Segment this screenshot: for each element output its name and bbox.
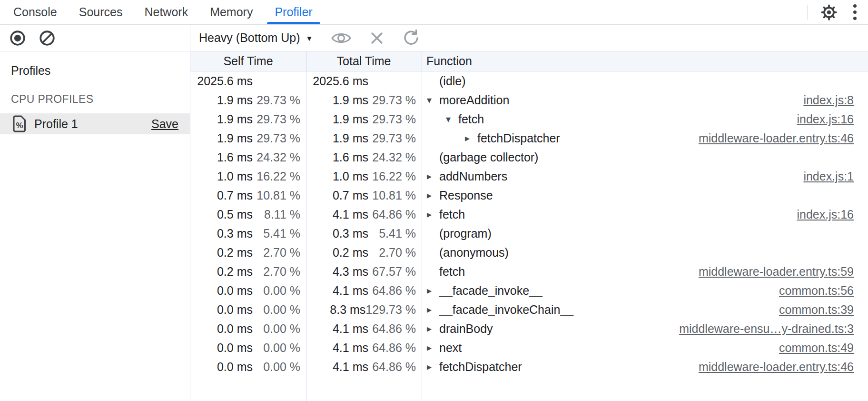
self-time-ms: 0.0 ms: [190, 341, 253, 355]
total-time-cell: 0.2 ms2.70 %: [306, 246, 422, 260]
grid-row[interactable]: 0.2 ms2.70 %0.2 ms2.70 %(anonymous): [190, 243, 868, 262]
total-time-percent: 64.86 %: [368, 341, 416, 355]
total-time-ms: 1.9 ms: [306, 93, 368, 107]
expander-closed-icon[interactable]: ▸: [427, 324, 439, 333]
view-mode-select[interactable]: Heavy (Bottom Up) ▼: [199, 31, 313, 45]
grid-row[interactable]: 1.6 ms24.32 %1.6 ms24.32 %(garbage colle…: [190, 148, 868, 167]
grid-row[interactable]: 0.0 ms0.00 %4.1 ms64.86 %▸drainBodymiddl…: [190, 319, 868, 338]
expander-open-icon[interactable]: ▾: [427, 95, 439, 105]
focus-function-button[interactable]: [331, 30, 352, 46]
source-link[interactable]: index.js:16: [787, 208, 854, 221]
grid-row[interactable]: 0.2 ms2.70 %4.3 ms67.57 %fetchmiddleware…: [190, 262, 868, 281]
total-time-cell: 4.1 ms64.86 %: [306, 284, 422, 298]
column-divider[interactable]: [306, 51, 306, 401]
total-time-cell: 4.1 ms64.86 %: [306, 360, 422, 374]
total-time-cell: 4.3 ms67.57 %: [306, 265, 422, 279]
self-time-percent: 10.81 %: [253, 189, 300, 202]
save-profile-link[interactable]: Save: [151, 117, 178, 131]
source-link[interactable]: common.ts:56: [769, 284, 854, 298]
function-cell: (anonymous): [422, 246, 868, 260]
total-time-percent: 67.57 %: [368, 265, 416, 279]
grid-row[interactable]: 0.0 ms0.00 %4.1 ms64.86 %▸nextcommon.ts:…: [190, 338, 868, 357]
self-time-ms: 0.3 ms: [190, 227, 253, 241]
profile-name: Profile 1: [34, 117, 78, 131]
tab-network[interactable]: Network: [137, 0, 196, 24]
tab-sources[interactable]: Sources: [71, 0, 130, 24]
focus-eye-icon: [331, 30, 352, 46]
grid-row[interactable]: 2025.6 ms2025.6 ms(idle): [190, 71, 868, 90]
exclude-function-button[interactable]: [370, 31, 384, 45]
total-time-cell: 4.1 ms64.86 %: [306, 208, 422, 221]
source-link[interactable]: common.ts:49: [769, 341, 854, 355]
total-time-percent: 29.73 %: [368, 93, 416, 107]
grid-row[interactable]: 1.9 ms29.73 %1.9 ms29.73 %▾fetchindex.js…: [190, 110, 868, 129]
self-time-cell: 0.0 ms0.00 %: [190, 322, 306, 336]
function-name: fetchDispatcher: [439, 360, 522, 374]
self-time-cell: 0.0 ms0.00 %: [190, 284, 306, 298]
expander-closed-icon[interactable]: ▸: [465, 133, 477, 143]
grid-row[interactable]: 1.9 ms29.73 %1.9 ms29.73 %▾moreAdditioni…: [190, 90, 868, 110]
expander-closed-icon[interactable]: ▸: [427, 343, 439, 352]
profiler-toolbar: Heavy (Bottom Up) ▼: [0, 25, 868, 51]
total-time-percent: 2.70 %: [368, 246, 416, 260]
self-time-ms: 1.6 ms: [190, 150, 253, 164]
column-header-total-time[interactable]: Total Time: [306, 54, 422, 68]
expander-closed-icon[interactable]: ▸: [427, 171, 439, 181]
grid-row[interactable]: 0.0 ms0.00 %8.3 ms129.73 %▸__facade_invo…: [190, 300, 868, 319]
self-time-percent: 16.22 %: [253, 170, 300, 183]
tab-console[interactable]: Console: [6, 0, 65, 24]
source-link[interactable]: common.ts:39: [769, 303, 854, 317]
profiles-toolbar: [0, 25, 190, 51]
column-divider[interactable]: [422, 51, 422, 401]
function-name: (idle): [439, 74, 466, 88]
clear-profiles-button[interactable]: [38, 29, 56, 47]
self-time-cell: 2025.6 ms: [190, 74, 306, 88]
grid-row[interactable]: 0.5 ms8.11 %4.1 ms64.86 %▸fetchindex.js:…: [190, 205, 868, 224]
expander-closed-icon[interactable]: ▸: [427, 190, 439, 200]
total-time-ms: 4.3 ms: [306, 265, 368, 279]
grid-row[interactable]: 0.3 ms5.41 %0.3 ms5.41 %(program): [190, 224, 868, 243]
grid-row[interactable]: 0.0 ms0.00 %4.1 ms64.86 %▸fetchDispatche…: [190, 357, 868, 376]
source-link[interactable]: index.js:1: [794, 170, 854, 183]
self-time-percent: 24.32 %: [253, 150, 300, 164]
expander-closed-icon[interactable]: ▸: [427, 286, 439, 295]
total-time-ms: 2025.6 ms: [306, 74, 368, 88]
kebab-menu-icon[interactable]: [850, 2, 859, 22]
grid-row[interactable]: 0.7 ms10.81 %0.7 ms10.81 %▸Response: [190, 186, 868, 205]
function-cell: (idle): [422, 74, 868, 88]
exclude-x-icon: [370, 31, 384, 45]
source-link[interactable]: middleware-ensu…y-drained.ts:3: [670, 322, 854, 336]
column-header-function[interactable]: Function: [422, 54, 868, 68]
total-time-cell: 8.3 ms129.73 %: [306, 303, 422, 317]
profile-list-item[interactable]: % Profile 1 Save: [0, 113, 190, 134]
expander-open-icon[interactable]: ▾: [446, 114, 458, 124]
grid-row[interactable]: 0.0 ms0.00 %4.1 ms64.86 %▸__facade_invok…: [190, 281, 868, 300]
source-link[interactable]: middleware-loader.entry.ts:46: [689, 360, 854, 374]
gear-icon[interactable]: [820, 3, 838, 21]
source-link[interactable]: index.js:8: [794, 93, 854, 107]
self-time-ms: 0.2 ms: [190, 265, 253, 279]
expander-closed-icon[interactable]: ▸: [427, 210, 439, 219]
function-name: __facade_invokeChain__: [439, 303, 573, 317]
clear-icon: [38, 29, 56, 47]
total-time-percent: 64.86 %: [368, 360, 416, 374]
tab-memory[interactable]: Memory: [202, 0, 260, 24]
expander-closed-icon[interactable]: ▸: [427, 362, 439, 371]
record-profile-button[interactable]: [9, 29, 27, 47]
source-link[interactable]: middleware-loader.entry.ts:46: [689, 131, 854, 145]
self-time-ms: 2025.6 ms: [190, 74, 253, 88]
total-time-ms: 4.1 ms: [306, 208, 368, 221]
function-name: __facade_invoke__: [439, 284, 542, 298]
column-header-self-time[interactable]: Self Time: [190, 54, 306, 68]
chevron-down-icon: ▼: [306, 34, 313, 42]
source-link[interactable]: middleware-loader.entry.ts:59: [689, 265, 854, 279]
expander-closed-icon[interactable]: ▸: [427, 305, 439, 314]
restore-functions-button[interactable]: [402, 29, 420, 47]
percent-document-icon: %: [12, 115, 27, 132]
function-name: moreAddition: [439, 93, 509, 107]
source-link[interactable]: index.js:16: [787, 112, 854, 126]
grid-row[interactable]: 1.0 ms16.22 %1.0 ms16.22 %▸addNumbersind…: [190, 167, 868, 186]
tab-profiler[interactable]: Profiler: [267, 0, 320, 24]
total-time-percent: 64.86 %: [368, 208, 416, 221]
grid-row[interactable]: 1.9 ms29.73 %1.9 ms29.73 %▸fetchDispatch…: [190, 129, 868, 148]
